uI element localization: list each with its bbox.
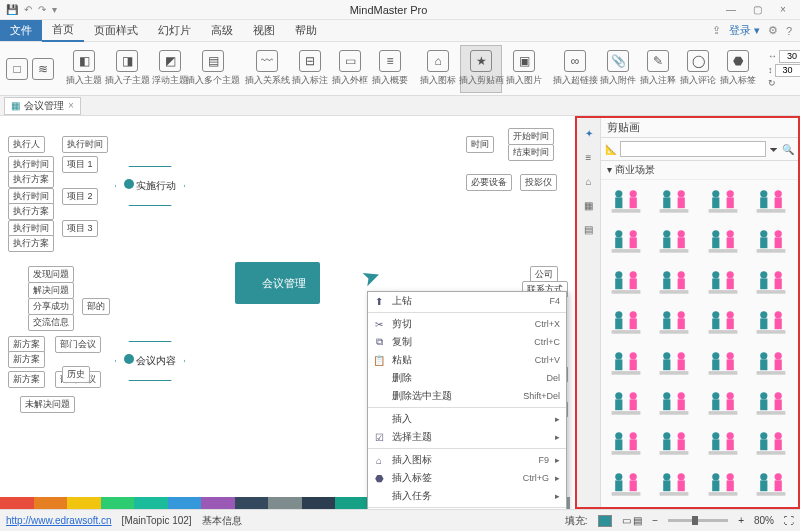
ribbon-insert-topic[interactable]: ◧插入主题 xyxy=(66,45,102,93)
leaf[interactable]: 发现问题 xyxy=(28,266,74,283)
color-swatch[interactable] xyxy=(34,497,68,509)
color-swatch[interactable] xyxy=(67,497,101,509)
leaf[interactable]: 部的 xyxy=(82,298,110,315)
ribbon-float-topic[interactable]: ◩浮动主题 xyxy=(152,45,188,93)
node-center[interactable]: 会议管理 xyxy=(235,262,320,304)
ribbon-multi-topic[interactable]: ▤插入多个主题 xyxy=(192,45,234,93)
clip-item[interactable] xyxy=(605,426,647,460)
ribbon-big-1[interactable]: □ xyxy=(6,45,28,93)
color-swatch[interactable] xyxy=(134,497,168,509)
ribbon-tag[interactable]: ⬣插入标签 xyxy=(720,45,756,93)
ribbon-insert-subtopic[interactable]: ◨插入子主题 xyxy=(106,45,148,93)
clip-item[interactable] xyxy=(702,305,744,339)
file-menu[interactable]: 文件 xyxy=(0,20,42,41)
help-icon[interactable]: ? xyxy=(786,25,792,37)
clip-item[interactable] xyxy=(702,224,744,258)
doctab-close[interactable]: × xyxy=(68,100,74,111)
minimize-button[interactable]: — xyxy=(722,4,740,15)
doctab-active[interactable]: ▦ 会议管理 × xyxy=(4,97,81,115)
leaf[interactable]: 执行方案 xyxy=(8,203,54,220)
leaf[interactable]: 必要设备 xyxy=(466,174,512,191)
clip-item[interactable] xyxy=(605,224,647,258)
leaf[interactable]: 解决问题 xyxy=(28,282,74,299)
fullscreen-icon[interactable]: ⛶ xyxy=(784,515,794,526)
ctx-item[interactable]: 插入任务▸ xyxy=(368,487,566,505)
ctx-item[interactable]: 删除选中主题Shift+Del xyxy=(368,387,566,405)
clip-search-input[interactable] xyxy=(620,141,766,157)
leaf[interactable]: 新方案 xyxy=(8,371,45,388)
clip-item[interactable] xyxy=(702,386,744,420)
ribbon-hyperlink[interactable]: ∞插入超链接 xyxy=(554,45,596,93)
ctx-item[interactable]: ☑选择主题▸ xyxy=(368,428,566,446)
ctx-item[interactable]: ✂剪切Ctrl+X xyxy=(368,315,566,333)
clip-item[interactable] xyxy=(750,386,792,420)
clip-item[interactable] xyxy=(702,467,744,501)
clip-item[interactable] xyxy=(653,265,695,299)
zoom-in[interactable]: + xyxy=(738,515,744,526)
ribbon-boundary[interactable]: ▭插入外框 xyxy=(332,45,368,93)
clip-item[interactable] xyxy=(702,426,744,460)
sidetab-icon[interactable]: ⌂ xyxy=(580,172,598,190)
ribbon-big-2[interactable]: ≋ xyxy=(32,45,54,93)
clip-item[interactable] xyxy=(750,467,792,501)
tab-view[interactable]: 视图 xyxy=(243,20,285,41)
clip-item[interactable] xyxy=(750,346,792,380)
fill-swatch[interactable] xyxy=(598,515,612,527)
zoom-slider[interactable] xyxy=(668,519,728,522)
ribbon-relationship[interactable]: 〰插入关系线 xyxy=(246,45,288,93)
clip-item[interactable] xyxy=(653,184,695,218)
node-content[interactable]: 会议内容 xyxy=(115,341,185,381)
leaf[interactable]: 执行方案 xyxy=(8,171,54,188)
status-link[interactable]: http://www.edrawsoft.cn xyxy=(6,515,112,526)
sidetab-search[interactable]: ▤ xyxy=(580,220,598,238)
tab-home[interactable]: 首页 xyxy=(42,19,84,42)
clip-item[interactable] xyxy=(750,224,792,258)
clip-item[interactable] xyxy=(605,467,647,501)
ruler-icon[interactable]: 📐 xyxy=(605,144,617,155)
clip-item[interactable] xyxy=(750,305,792,339)
ctx-item[interactable]: 插入▸ xyxy=(368,410,566,428)
redo-icon[interactable]: ↷ xyxy=(38,4,46,15)
ribbon-icon[interactable]: ⌂插入图标 xyxy=(420,45,456,93)
qat-dropdown-icon[interactable]: ▾ xyxy=(52,4,57,15)
undo-icon[interactable]: ↶ xyxy=(24,4,32,15)
leaf[interactable]: 执行方案 xyxy=(8,235,54,252)
sidetab-task[interactable]: ▦ xyxy=(580,196,598,214)
leaf[interactable]: 新方案 xyxy=(8,351,45,368)
clip-item[interactable] xyxy=(605,386,647,420)
login-button[interactable]: 登录 ▾ xyxy=(729,23,760,38)
vspace-input[interactable] xyxy=(775,64,801,77)
leaf[interactable]: 项目 2 xyxy=(62,188,98,205)
clip-item[interactable] xyxy=(653,305,695,339)
settings-icon[interactable]: ⚙ xyxy=(768,24,778,37)
clip-item[interactable] xyxy=(605,184,647,218)
clip-item[interactable] xyxy=(653,386,695,420)
view-icons[interactable]: ▭ ▤ xyxy=(622,515,643,526)
tab-style[interactable]: 页面样式 xyxy=(84,20,148,41)
ribbon-clipart[interactable]: ★插入剪贴画 xyxy=(460,45,502,93)
clip-item[interactable] xyxy=(702,265,744,299)
color-swatch[interactable] xyxy=(101,497,135,509)
leaf[interactable]: 交流信息 xyxy=(28,314,74,331)
leaf[interactable]: 未解决问题 xyxy=(20,396,75,413)
hspace-input[interactable] xyxy=(779,50,800,63)
clip-item[interactable] xyxy=(702,346,744,380)
leaf[interactable]: 结束时间 xyxy=(508,144,554,161)
clip-item[interactable] xyxy=(653,426,695,460)
color-swatch[interactable] xyxy=(201,497,235,509)
leaf[interactable]: 项目 3 xyxy=(62,220,98,237)
leaf[interactable]: 执行人 xyxy=(8,136,45,153)
clip-item[interactable] xyxy=(605,305,647,339)
save-icon[interactable]: 💾 xyxy=(6,4,18,15)
clip-item[interactable] xyxy=(605,346,647,380)
leaf[interactable]: 投影仪 xyxy=(520,174,557,191)
clip-item[interactable] xyxy=(653,224,695,258)
canvas[interactable]: 会议管理 实施行动 会议内容 执行人 执行时间 执行时间 项目 1 执行方案 执… xyxy=(0,116,575,509)
clip-item[interactable] xyxy=(702,184,744,218)
ctx-item[interactable]: ⬣插入标签Ctrl+G▸ xyxy=(368,469,566,487)
color-swatch[interactable] xyxy=(335,497,369,509)
leaf[interactable]: 部门会议 xyxy=(55,336,101,353)
maximize-button[interactable]: ▢ xyxy=(748,4,766,15)
ctx-item[interactable]: ⧉复制Ctrl+C xyxy=(368,333,566,351)
sidetab-outline[interactable]: ≡ xyxy=(580,148,598,166)
